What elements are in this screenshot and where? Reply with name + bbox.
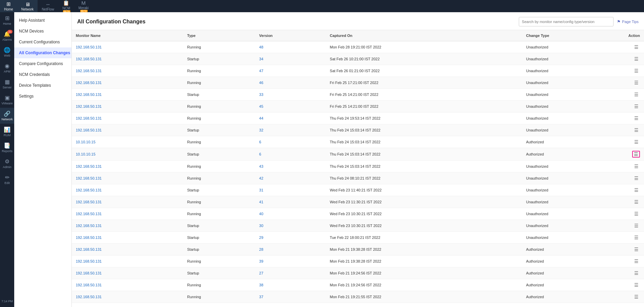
cell-version: 27 bbox=[255, 267, 326, 279]
hamburger-button[interactable]: ☰ bbox=[633, 103, 640, 109]
monitor-link[interactable]: 192.168.50.131 bbox=[76, 271, 102, 275]
hamburger-button[interactable]: ☰ bbox=[633, 246, 640, 252]
hamburger-button[interactable]: ☰ bbox=[633, 163, 640, 169]
monitor-link[interactable]: 192.168.50.131 bbox=[76, 93, 102, 97]
hamburger-button[interactable]: ☰ bbox=[633, 211, 640, 217]
header-tab-ncm[interactable]: 📋 NCM BETA bbox=[58, 0, 74, 12]
monitor-link[interactable]: 192.168.50.131 bbox=[76, 224, 102, 228]
config-changes-table: Monitor Name Type Version Captured On Ch… bbox=[72, 30, 644, 303]
header-tab-netflow[interactable]: ↔ NetFlow bbox=[38, 0, 58, 12]
hamburger-button[interactable]: ☰ bbox=[633, 44, 640, 50]
cell-captured-on: Mon Feb 21 19:24:56 IST 2022 bbox=[326, 279, 522, 291]
cell-version: 6 bbox=[255, 136, 326, 148]
sidebar-item-reports[interactable]: 📑 Reports bbox=[0, 140, 14, 156]
cell-version: 37 bbox=[255, 291, 326, 303]
cell-captured-on: Fri Feb 25 17:21:00 IST 2022 bbox=[326, 77, 522, 89]
nav-all-configuration-changes[interactable]: All Configuration Changes bbox=[14, 47, 71, 58]
sidebar-item-admin[interactable]: ⚙ Admin bbox=[0, 156, 14, 171]
cell-captured-on: Wed Feb 23 10:30:21 IST 2022 bbox=[326, 208, 522, 220]
monitor-link[interactable]: 10.10.10.15 bbox=[76, 152, 95, 156]
hamburger-button[interactable]: ☰ bbox=[633, 68, 640, 74]
monitor-link[interactable]: 192.168.50.131 bbox=[76, 176, 102, 180]
nav-help-assistant[interactable]: Help Assistant bbox=[14, 15, 71, 26]
monitor-link[interactable]: 192.168.50.131 bbox=[76, 81, 102, 85]
hamburger-button[interactable]: ☰ bbox=[633, 294, 640, 300]
cell-captured-on: Wed Feb 23 11:30:21 IST 2022 bbox=[326, 196, 522, 208]
cell-monitor: 192.168.50.131 bbox=[72, 196, 183, 208]
monitor-link[interactable]: 192.168.50.131 bbox=[76, 295, 102, 299]
page-tips-button[interactable]: ⚑ Page Tips bbox=[617, 19, 639, 24]
hamburger-button[interactable]: ☰ bbox=[633, 56, 640, 62]
cell-change-type: Authorized bbox=[522, 291, 624, 303]
sidebar-item-apm[interactable]: ◉ APM bbox=[0, 60, 14, 76]
sidebar-item-vmware[interactable]: ▣ VMware bbox=[0, 92, 14, 108]
monitor-link[interactable]: 192.168.50.131 bbox=[76, 259, 102, 263]
hamburger-button[interactable]: ☰ bbox=[632, 151, 640, 158]
hamburger-button[interactable]: ☰ bbox=[633, 270, 640, 276]
nav-compare-configurations[interactable]: Compare Configurations bbox=[14, 58, 71, 69]
monitor-link[interactable]: 192.168.50.131 bbox=[76, 57, 102, 61]
nav-ncm-credentials[interactable]: NCM Credentials bbox=[14, 69, 71, 80]
sidebar-item-alarms[interactable]: 21 🔔 Alarms bbox=[0, 28, 14, 44]
sidebar-item-rum[interactable]: 📊 RUM bbox=[0, 124, 14, 140]
monitor-link[interactable]: 10.10.10.15 bbox=[76, 140, 95, 144]
cell-action: ☰ bbox=[624, 244, 644, 255]
monitor-link[interactable]: 192.168.50.131 bbox=[76, 104, 102, 108]
header-tab-meraki[interactable]: M Meraki BETA bbox=[74, 0, 93, 12]
nav-current-configurations[interactable]: Current Configurations bbox=[14, 37, 71, 47]
cell-captured-on: Mon Feb 21 19:38:28 IST 2022 bbox=[326, 244, 522, 255]
cell-type: Startup bbox=[183, 184, 255, 196]
nav-settings[interactable]: Settings bbox=[14, 91, 71, 102]
search-input[interactable] bbox=[519, 17, 614, 26]
hamburger-button[interactable]: ☰ bbox=[633, 80, 640, 86]
cell-action: ☰ bbox=[624, 267, 644, 279]
hamburger-button[interactable]: ☰ bbox=[633, 234, 640, 241]
monitor-link[interactable]: 192.168.50.131 bbox=[76, 236, 102, 240]
table-row: 192.168.50.131Startup29Tue Feb 22 18:00:… bbox=[72, 232, 644, 244]
monitor-link[interactable]: 192.168.50.131 bbox=[76, 45, 102, 49]
cell-monitor: 192.168.50.131 bbox=[72, 279, 183, 291]
monitor-link[interactable]: 192.168.50.131 bbox=[76, 116, 102, 120]
monitor-link[interactable]: 192.168.50.131 bbox=[76, 247, 102, 251]
hamburger-button[interactable]: ☰ bbox=[633, 115, 640, 121]
monitor-link[interactable]: 192.168.50.131 bbox=[76, 188, 102, 192]
sidebar-edit-label: Edit bbox=[4, 181, 10, 185]
cell-action: ☰ bbox=[624, 89, 644, 101]
header-tab-network-label: Network bbox=[21, 7, 34, 11]
sidebar-item-web[interactable]: 🌐 Web bbox=[0, 44, 14, 60]
hamburger-button[interactable]: ☰ bbox=[633, 258, 640, 264]
header-tab-network[interactable]: 🖥 Network bbox=[17, 0, 38, 12]
cell-change-type: Authorized bbox=[522, 255, 624, 267]
monitor-link[interactable]: 192.168.50.131 bbox=[76, 128, 102, 132]
monitor-link[interactable]: 192.168.50.131 bbox=[76, 212, 102, 216]
monitor-link[interactable]: 192.168.50.131 bbox=[76, 283, 102, 287]
hamburger-button[interactable]: ☰ bbox=[633, 139, 640, 145]
cell-captured-on: Mon Feb 21 19:24:56 IST 2022 bbox=[326, 267, 522, 279]
sidebar-item-server[interactable]: ▦ Server bbox=[0, 76, 14, 92]
cell-type: Running bbox=[183, 101, 255, 112]
cell-action: ☰ bbox=[624, 112, 644, 124]
hamburger-button[interactable]: ☰ bbox=[633, 187, 640, 193]
hamburger-button[interactable]: ☰ bbox=[633, 223, 640, 229]
hamburger-button[interactable]: ☰ bbox=[633, 127, 640, 133]
nav-ncm-devices[interactable]: NCM Devices bbox=[14, 26, 71, 37]
cell-action: ☰ bbox=[624, 41, 644, 53]
cell-type: Running bbox=[183, 41, 255, 53]
sidebar-apm-label: APM bbox=[4, 70, 10, 73]
monitor-link[interactable]: 192.168.50.131 bbox=[76, 164, 102, 168]
sidebar-item-network[interactable]: 🔗 Network bbox=[0, 108, 14, 124]
cell-action: ☰ bbox=[624, 184, 644, 196]
monitor-link[interactable]: 192.168.50.131 bbox=[76, 69, 102, 73]
nav-device-templates[interactable]: Device Templates bbox=[14, 80, 71, 91]
hamburger-button[interactable]: ☰ bbox=[633, 282, 640, 288]
cell-change-type: Unauthorized bbox=[522, 220, 624, 232]
hamburger-button[interactable]: ☰ bbox=[633, 175, 640, 181]
sidebar-item-home[interactable]: ⊞ Home bbox=[0, 12, 14, 28]
hamburger-button[interactable]: ☰ bbox=[633, 199, 640, 205]
monitor-link[interactable]: 192.168.50.131 bbox=[76, 200, 102, 204]
hamburger-button[interactable]: ☰ bbox=[633, 91, 640, 98]
table-row: 192.168.50.131Running43Thu Feb 24 15:03:… bbox=[72, 161, 644, 172]
header-tab-home[interactable]: ⊞ Home bbox=[0, 0, 17, 12]
table-row: 192.168.50.131Running40Wed Feb 23 10:30:… bbox=[72, 208, 644, 220]
sidebar-item-edit[interactable]: ✏ Edit bbox=[0, 171, 14, 187]
